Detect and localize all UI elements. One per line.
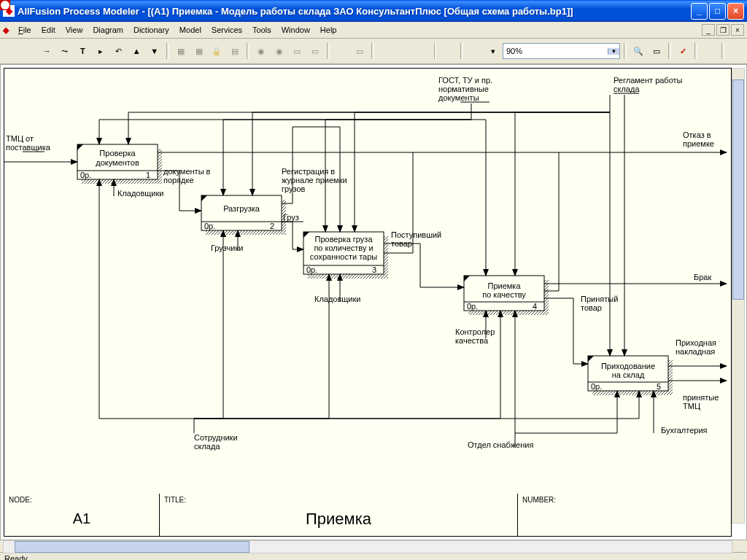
horizontal-scrollbar[interactable] — [3, 540, 732, 553]
tool-e1[interactable]: ◉ — [253, 42, 270, 60]
work-area: Проверка документов 0р. 1 Разгрузка 0р. … — [0, 64, 747, 540]
tool-print[interactable] — [440, 42, 457, 60]
lbl-reg3: грузов — [282, 184, 306, 193]
menu-tools[interactable]: Tools — [247, 24, 276, 36]
lbl-kontr2: качества — [455, 336, 489, 345]
lbl-out5: принятые — [683, 393, 719, 402]
minimize-button[interactable]: _ — [691, 3, 708, 20]
tool-db3[interactable]: ▤ — [226, 42, 243, 60]
lbl-post1: Поступивший — [391, 230, 441, 239]
menu-view[interactable]: View — [61, 24, 88, 36]
mdi-close[interactable]: × — [731, 24, 744, 36]
menubar: ◆ File Edit View Diagram Dictionary Mode… — [0, 22, 747, 39]
lbl-out4b: накладная — [676, 347, 715, 356]
footer-node-val: A1 — [9, 504, 155, 534]
tool-down[interactable]: ▼ — [146, 42, 163, 60]
zoom-combo[interactable]: ▼ — [503, 43, 620, 59]
tool-flag[interactable] — [467, 42, 484, 60]
tool-arrow[interactable]: → — [39, 42, 55, 60]
tool-zoomfit[interactable]: ▭ — [648, 42, 665, 60]
menu-help[interactable]: Help — [315, 24, 342, 36]
box3-line3: сохранности тары — [310, 252, 378, 261]
box4-num: 0р. — [467, 302, 478, 311]
menu-dictionary[interactable]: Dictionary — [128, 24, 174, 36]
box4-idx: 4 — [533, 302, 537, 311]
box4-line1: Приемка — [487, 281, 521, 290]
box1-line1: Проверка — [99, 149, 136, 158]
lbl-out3b: товар — [581, 303, 602, 312]
status-text: Ready — [4, 554, 28, 560]
box3-line2: по количеству и — [314, 244, 373, 252]
tool-zoomarea[interactable]: 🔍 — [630, 42, 647, 60]
box4-line2: по качеству — [482, 290, 526, 299]
lbl-input1: ТМЦ от — [6, 134, 34, 143]
lbl-out1b: приемке — [683, 139, 714, 148]
tool-e2[interactable]: ◉ — [271, 42, 287, 60]
menu-services[interactable]: Services — [206, 24, 247, 36]
mdi-restore[interactable]: ❐ — [716, 24, 729, 36]
tool-squiggle[interactable]: ⤳ — [57, 42, 74, 60]
lbl-kontr1: Контролер — [455, 327, 495, 336]
lbl-klad2: Кладовщики — [314, 295, 360, 303]
box5-line1: Приходование — [601, 362, 655, 370]
tool-text[interactable]: T — [74, 42, 91, 60]
tool-new[interactable] — [378, 42, 395, 60]
menu-window[interactable]: Window — [276, 24, 315, 36]
diagram-svg: Проверка документов 0р. 1 Разгрузка 0р. … — [4, 69, 732, 484]
app-menu-icon[interactable]: ◆ — [3, 26, 9, 35]
lbl-docs1: документы в — [163, 167, 211, 176]
volume-icon[interactable] — [0, 0, 10, 10]
toolbar: → ⤳ T ▸ ↶ ▲ ▼ ▦ ▦ 🔒 ▤ ◉ ◉ ▭ ▭ ▭ ▾ ▼ 🔍 ▭ … — [0, 39, 747, 64]
menu-model[interactable]: Model — [174, 24, 206, 36]
box1-num: 0р. — [80, 171, 91, 179]
tool-check[interactable]: ▾ — [484, 42, 501, 60]
box1-line2: документов — [96, 158, 139, 167]
tool-next[interactable]: ▭ — [351, 42, 368, 60]
menu-edit[interactable]: Edit — [36, 24, 61, 36]
window-title: AllFusion Process Modeler - [(A1) Приемк… — [18, 6, 691, 17]
tool-up[interactable]: ▲ — [128, 42, 145, 60]
lbl-sotr2: склада — [194, 442, 220, 451]
tool-e3[interactable]: ▭ — [289, 42, 306, 60]
lbl-gruz: Груз — [283, 213, 299, 222]
close-button[interactable]: × — [727, 3, 744, 20]
lbl-klad1: Кладовщики — [117, 189, 163, 198]
menu-diagram[interactable]: Diagram — [88, 24, 128, 36]
footer-number-val — [522, 504, 727, 534]
lbl-sotr1: Сотрудники — [194, 433, 238, 442]
lbl-reg2: журнале приемки — [282, 176, 347, 184]
footer-title-hd: TITLE: — [164, 496, 513, 504]
footer-number-hd: NUMBER: — [522, 496, 727, 504]
vertical-scrollbar[interactable] — [732, 68, 745, 524]
mdi-minimize[interactable]: _ — [702, 24, 715, 36]
tool-activity[interactable] — [21, 42, 38, 60]
tool-world[interactable] — [728, 42, 745, 60]
lbl-reg1: Регистрация в — [282, 167, 335, 176]
tool-tree[interactable] — [701, 42, 718, 60]
tool-goto[interactable]: ▸ — [93, 42, 109, 60]
tool-db2[interactable]: ▦ — [190, 42, 207, 60]
tool-spell[interactable]: ✓ — [675, 42, 692, 60]
box2-num: 0р. — [204, 222, 215, 230]
tool-pointer[interactable] — [3, 42, 20, 60]
tool-open[interactable] — [395, 42, 412, 60]
menu-file[interactable]: File — [13, 24, 36, 36]
box5-line2: на склад — [612, 370, 645, 379]
lbl-input1b: поставщика — [6, 143, 51, 152]
tool-save[interactable] — [414, 42, 430, 60]
box2-line1: Разгрузка — [223, 204, 260, 213]
tool-db1[interactable]: ▦ — [173, 42, 190, 60]
zoom-input[interactable] — [503, 47, 608, 55]
tool-report[interactable] — [333, 42, 350, 60]
lbl-out3: Принятый — [581, 295, 618, 303]
lbl-gost2: нормативные — [438, 85, 489, 93]
tool-e4[interactable]: ▭ — [307, 42, 324, 60]
diagram-canvas[interactable]: Проверка документов 0р. 1 Разгрузка 0р. … — [4, 68, 732, 524]
lbl-post2: товар — [391, 239, 412, 248]
lbl-gost1: ГОСТ, ТУ и пр. — [438, 76, 492, 85]
maximize-button[interactable]: □ — [709, 3, 726, 20]
lbl-buh: Бухгалтерия — [661, 426, 708, 435]
zoom-dropdown-icon[interactable]: ▼ — [608, 48, 619, 55]
tool-lock[interactable]: 🔒 — [209, 42, 225, 60]
tool-undo[interactable]: ↶ — [110, 42, 127, 60]
